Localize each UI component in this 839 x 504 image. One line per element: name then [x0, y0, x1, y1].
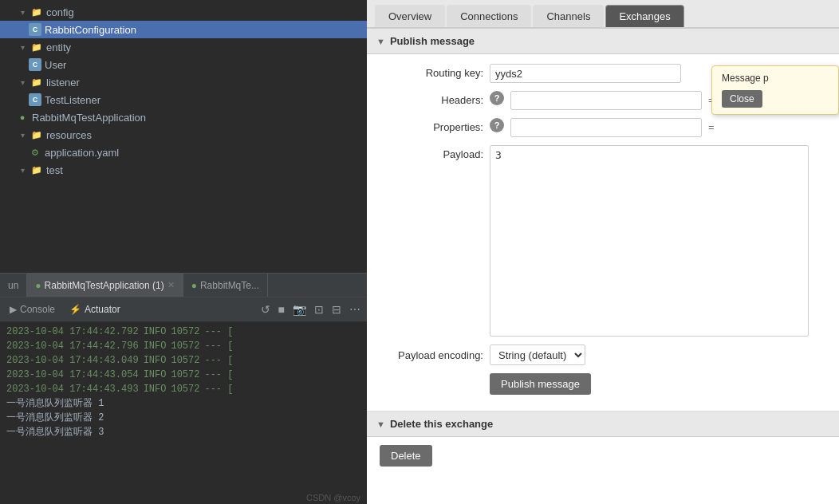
log-time: 2023-10-04 17:44:42.792	[6, 325, 139, 339]
tree-item[interactable]: ▾📁listener	[0, 73, 367, 91]
tree-item[interactable]: CTestListener	[0, 91, 367, 108]
tree-item-label: User	[45, 59, 66, 71]
actuator-label: Actuator	[85, 304, 120, 315]
publish-section-header[interactable]: ▼ Publish message	[367, 29, 839, 54]
folder-icon: 📁	[30, 6, 43, 18]
editor-tabs-bar: un ● RabbitMqTestApplication (1) ✕ ● Rab…	[0, 273, 367, 297]
payload-row: Payload: 3	[380, 145, 826, 337]
properties-help-icon[interactable]: ?	[490, 118, 504, 132]
tree-item-label: test	[46, 164, 63, 176]
tree-item[interactable]: ▾📁config	[0, 3, 367, 21]
tab-connections[interactable]: Connections	[447, 5, 531, 27]
headers-label: Headers:	[380, 91, 483, 106]
folder-icon: 📁	[30, 128, 43, 141]
console-label: Console	[20, 304, 55, 315]
tab-rabbitmq-app[interactable]: ● RabbitMqTestApplication (1) ✕	[27, 274, 183, 297]
log-sep: --- [	[204, 325, 233, 339]
delete-button[interactable]: Delete	[380, 445, 432, 467]
tree-item[interactable]: ⚙application.yaml	[0, 144, 367, 161]
log-line-chinese: 一号消息队列监听器 1	[6, 396, 360, 411]
settings-icon[interactable]: ⊟	[330, 301, 343, 317]
tree-item-label: config	[46, 6, 74, 18]
spring-icon: ●	[16, 111, 29, 124]
console-icon: ▶	[10, 304, 17, 315]
payload-label: Payload:	[380, 145, 483, 160]
bottom-toolbar: ▶ Console ⚡ Actuator ↺ ■ 📷 ⊡ ⊟ ⋯	[0, 297, 367, 321]
tree-item[interactable]: ▾📁resources	[0, 126, 367, 144]
java-icon: C	[29, 23, 41, 36]
log-line: 2023-10-04 17:44:43.493INFO10572--- [	[6, 382, 360, 396]
log-pid: 10572	[171, 353, 199, 368]
record-icon[interactable]: ⊡	[313, 301, 325, 317]
stop-icon[interactable]: ■	[277, 301, 286, 317]
actuator-tab[interactable]: ⚡ Actuator	[65, 304, 125, 315]
log-level: INFO	[144, 325, 167, 339]
delete-chevron: ▼	[376, 419, 385, 429]
tab-rabbitmq2[interactable]: ● RabbitMqTe...	[183, 274, 268, 297]
spring-icon-tab: ●	[35, 280, 41, 291]
log-pid: 10572	[171, 339, 199, 353]
tab-rabbitmq-label: RabbitMqTestApplication (1)	[45, 280, 164, 291]
log-level: INFO	[144, 382, 167, 396]
screenshot-icon[interactable]: 📷	[291, 301, 308, 317]
routing-key-label: Routing key:	[380, 64, 483, 79]
log-sep: --- [	[204, 339, 233, 353]
log-line: 2023-10-04 17:44:43.054INFO10572--- [	[6, 368, 360, 382]
rmq-tabs: Overview Connections Channels Exchanges	[367, 0, 839, 29]
tab-channels[interactable]: Channels	[533, 5, 604, 27]
chevron-icon: ▾	[16, 163, 29, 176]
headers-input[interactable]	[510, 91, 702, 110]
encoding-row: Payload encoding: String (default) Base6…	[380, 345, 826, 365]
properties-label: Properties:	[380, 118, 483, 133]
chevron-icon: ▾	[16, 128, 29, 141]
publish-message-button[interactable]: Publish message	[490, 373, 591, 395]
delete-section: ▼ Delete this exchange Delete	[367, 411, 839, 467]
folder-icon: 📁	[30, 41, 43, 53]
folder-icon: 📁	[30, 163, 43, 176]
log-level: INFO	[144, 368, 167, 382]
tab-exchanges[interactable]: Exchanges	[605, 5, 683, 27]
chevron-icon: ▾	[16, 41, 29, 53]
tab-un[interactable]: un	[0, 274, 27, 297]
console-output: 2023-10-04 17:44:42.792INFO10572--- [202…	[0, 321, 367, 491]
java-icon: C	[29, 58, 41, 71]
refresh-icon[interactable]: ↺	[259, 301, 272, 317]
routing-key-input[interactable]	[490, 64, 681, 83]
properties-row: Properties: ? =	[380, 118, 826, 137]
watermark: CSDN @vcoy	[0, 491, 367, 504]
tree-item[interactable]: ▾📁entity	[0, 38, 367, 56]
tree-item-label: application.yaml	[45, 147, 119, 159]
chevron-icon: ▾	[16, 6, 29, 18]
tab-un-label: un	[8, 280, 18, 291]
tree-item-label: entity	[46, 41, 71, 53]
encoding-select[interactable]: String (default) Base64	[490, 345, 585, 365]
tab-close-icon[interactable]: ✕	[167, 280, 175, 290]
publish-chevron: ▼	[376, 37, 385, 46]
properties-input[interactable]	[510, 118, 702, 137]
right-panel: Overview Connections Channels Exchanges …	[367, 0, 839, 504]
tree-item[interactable]: ▾📁test	[0, 161, 367, 179]
console-tab[interactable]: ▶ Console	[5, 304, 60, 315]
tooltip-close-button[interactable]: Close	[722, 90, 762, 108]
tree-item-label: RabbitConfiguration	[45, 24, 136, 36]
headers-help-icon[interactable]: ?	[490, 91, 504, 105]
log-sep: --- [	[204, 353, 233, 368]
tab-overview[interactable]: Overview	[375, 5, 445, 27]
payload-textarea[interactable]: 3	[490, 145, 809, 337]
tooltip-popup: Message p Close	[711, 65, 839, 115]
tree-item-label: RabbitMqTestApplication	[32, 112, 146, 124]
log-line-chinese: 一号消息队列监听器 3	[6, 425, 360, 439]
tree-item[interactable]: CUser	[0, 56, 367, 73]
delete-title: Delete this exchange	[390, 418, 493, 430]
tree-item[interactable]: ●RabbitMqTestApplication	[0, 108, 367, 126]
log-sep: --- [	[204, 368, 233, 382]
delete-section-header[interactable]: ▼ Delete this exchange	[367, 411, 839, 437]
rmq-content: ▼ Publish message Message p Close Routin…	[367, 29, 839, 504]
log-level: INFO	[144, 339, 167, 353]
log-line: 2023-10-04 17:44:43.049INFO10572--- [	[6, 353, 360, 368]
log-line: 2023-10-04 17:44:42.796INFO10572--- [	[6, 339, 360, 353]
properties-eq: =	[708, 118, 715, 133]
log-line-chinese: 一号消息队列监听器 2	[6, 411, 360, 425]
tree-item[interactable]: CRabbitConfiguration	[0, 21, 367, 38]
more-icon[interactable]: ⋯	[348, 301, 362, 317]
